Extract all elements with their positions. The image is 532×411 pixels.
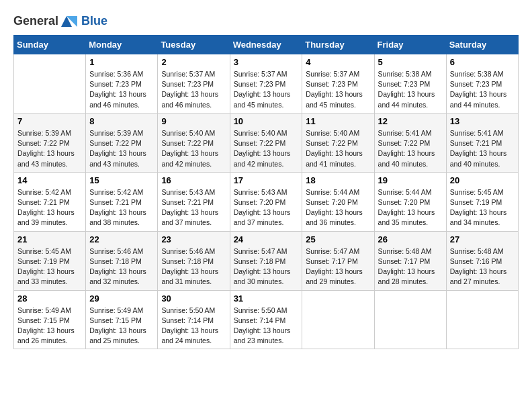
day-number: 11 bbox=[306, 116, 370, 126]
day-number: 22 bbox=[89, 234, 154, 244]
calendar-cell: 17Sunrise: 5:43 AMSunset: 7:20 PMDayligh… bbox=[230, 172, 302, 231]
day-info: Sunrise: 5:46 AMSunset: 7:18 PMDaylight:… bbox=[161, 246, 226, 287]
day-number: 17 bbox=[234, 175, 299, 185]
day-number: 18 bbox=[306, 175, 370, 185]
day-number: 16 bbox=[161, 175, 226, 185]
day-info: Sunrise: 5:48 AMSunset: 7:17 PMDaylight:… bbox=[378, 246, 443, 287]
day-info: Sunrise: 5:49 AMSunset: 7:15 PMDaylight:… bbox=[89, 306, 154, 347]
calendar-table: SundayMondayTuesdayWednesdayThursdayFrid… bbox=[13, 35, 519, 349]
calendar-cell: 30Sunrise: 5:50 AMSunset: 7:14 PMDayligh… bbox=[158, 290, 230, 349]
day-info: Sunrise: 5:42 AMSunset: 7:21 PMDaylight:… bbox=[89, 187, 154, 228]
day-info: Sunrise: 5:50 AMSunset: 7:14 PMDaylight:… bbox=[161, 306, 226, 347]
calendar-cell bbox=[374, 290, 446, 349]
day-number: 1 bbox=[89, 57, 154, 67]
day-number: 5 bbox=[378, 57, 443, 67]
calendar-cell bbox=[446, 290, 518, 349]
logo-general-text: General bbox=[13, 14, 58, 28]
weekday-header-row: SundayMondayTuesdayWednesdayThursdayFrid… bbox=[14, 36, 519, 54]
weekday-thursday: Thursday bbox=[302, 36, 374, 54]
calendar-week-3: 14Sunrise: 5:42 AMSunset: 7:21 PMDayligh… bbox=[14, 172, 519, 231]
calendar-cell: 4Sunrise: 5:37 AMSunset: 7:23 PMDaylight… bbox=[302, 54, 374, 113]
day-number: 14 bbox=[17, 175, 82, 185]
day-info: Sunrise: 5:43 AMSunset: 7:21 PMDaylight:… bbox=[161, 187, 226, 228]
day-info: Sunrise: 5:38 AMSunset: 7:23 PMDaylight:… bbox=[378, 69, 443, 110]
day-number: 20 bbox=[450, 175, 515, 185]
calendar-week-1: 1Sunrise: 5:36 AMSunset: 7:23 PMDaylight… bbox=[14, 54, 519, 113]
day-number: 8 bbox=[89, 116, 154, 126]
day-info: Sunrise: 5:39 AMSunset: 7:22 PMDaylight:… bbox=[17, 128, 82, 169]
day-number: 4 bbox=[306, 57, 370, 67]
day-info: Sunrise: 5:40 AMSunset: 7:22 PMDaylight:… bbox=[234, 128, 299, 169]
calendar-cell: 26Sunrise: 5:48 AMSunset: 7:17 PMDayligh… bbox=[374, 231, 446, 290]
weekday-monday: Monday bbox=[86, 36, 158, 54]
calendar-cell: 28Sunrise: 5:49 AMSunset: 7:15 PMDayligh… bbox=[14, 290, 86, 349]
day-number: 15 bbox=[89, 175, 154, 185]
day-info: Sunrise: 5:42 AMSunset: 7:21 PMDaylight:… bbox=[17, 187, 82, 228]
day-info: Sunrise: 5:44 AMSunset: 7:20 PMDaylight:… bbox=[306, 187, 370, 228]
day-number: 9 bbox=[161, 116, 226, 126]
calendar-cell: 19Sunrise: 5:44 AMSunset: 7:20 PMDayligh… bbox=[374, 172, 446, 231]
calendar-cell: 9Sunrise: 5:40 AMSunset: 7:22 PMDaylight… bbox=[158, 113, 230, 172]
day-info: Sunrise: 5:40 AMSunset: 7:22 PMDaylight:… bbox=[161, 128, 226, 169]
day-info: Sunrise: 5:44 AMSunset: 7:20 PMDaylight:… bbox=[378, 187, 443, 228]
calendar-cell: 23Sunrise: 5:46 AMSunset: 7:18 PMDayligh… bbox=[158, 231, 230, 290]
day-info: Sunrise: 5:49 AMSunset: 7:15 PMDaylight:… bbox=[17, 306, 82, 347]
calendar-cell: 18Sunrise: 5:44 AMSunset: 7:20 PMDayligh… bbox=[302, 172, 374, 231]
calendar-cell: 11Sunrise: 5:40 AMSunset: 7:22 PMDayligh… bbox=[302, 113, 374, 172]
calendar-cell: 7Sunrise: 5:39 AMSunset: 7:22 PMDaylight… bbox=[14, 113, 86, 172]
calendar-cell: 8Sunrise: 5:39 AMSunset: 7:22 PMDaylight… bbox=[86, 113, 158, 172]
day-info: Sunrise: 5:47 AMSunset: 7:17 PMDaylight:… bbox=[306, 246, 370, 287]
calendar-cell: 10Sunrise: 5:40 AMSunset: 7:22 PMDayligh… bbox=[230, 113, 302, 172]
day-info: Sunrise: 5:43 AMSunset: 7:20 PMDaylight:… bbox=[234, 187, 299, 228]
calendar-cell: 5Sunrise: 5:38 AMSunset: 7:23 PMDaylight… bbox=[374, 54, 446, 113]
calendar-cell: 15Sunrise: 5:42 AMSunset: 7:21 PMDayligh… bbox=[86, 172, 158, 231]
day-number: 25 bbox=[306, 234, 370, 244]
calendar-cell: 13Sunrise: 5:41 AMSunset: 7:21 PMDayligh… bbox=[446, 113, 518, 172]
calendar-cell: 24Sunrise: 5:47 AMSunset: 7:18 PMDayligh… bbox=[230, 231, 302, 290]
day-info: Sunrise: 5:39 AMSunset: 7:22 PMDaylight:… bbox=[89, 128, 154, 169]
calendar-cell: 16Sunrise: 5:43 AMSunset: 7:21 PMDayligh… bbox=[158, 172, 230, 231]
calendar-week-2: 7Sunrise: 5:39 AMSunset: 7:22 PMDaylight… bbox=[14, 113, 519, 172]
day-number: 2 bbox=[161, 57, 226, 67]
weekday-friday: Friday bbox=[374, 36, 446, 54]
calendar-cell: 1Sunrise: 5:36 AMSunset: 7:23 PMDaylight… bbox=[86, 54, 158, 113]
weekday-wednesday: Wednesday bbox=[230, 36, 302, 54]
day-number: 28 bbox=[17, 293, 82, 304]
logo: GeneralBlue bbox=[13, 13, 107, 28]
day-info: Sunrise: 5:46 AMSunset: 7:18 PMDaylight:… bbox=[89, 246, 154, 287]
day-number: 26 bbox=[378, 234, 443, 244]
calendar-body: 1Sunrise: 5:36 AMSunset: 7:23 PMDaylight… bbox=[14, 54, 519, 349]
day-number: 23 bbox=[161, 234, 226, 244]
calendar-cell: 20Sunrise: 5:45 AMSunset: 7:19 PMDayligh… bbox=[446, 172, 518, 231]
calendar-cell: 31Sunrise: 5:50 AMSunset: 7:14 PMDayligh… bbox=[230, 290, 302, 349]
logo-icon bbox=[60, 13, 81, 28]
day-info: Sunrise: 5:37 AMSunset: 7:23 PMDaylight:… bbox=[161, 69, 226, 110]
calendar-cell: 3Sunrise: 5:37 AMSunset: 7:23 PMDaylight… bbox=[230, 54, 302, 113]
calendar-cell: 27Sunrise: 5:48 AMSunset: 7:16 PMDayligh… bbox=[446, 231, 518, 290]
day-number: 13 bbox=[450, 116, 515, 126]
day-info: Sunrise: 5:41 AMSunset: 7:22 PMDaylight:… bbox=[378, 128, 443, 169]
calendar-cell: 14Sunrise: 5:42 AMSunset: 7:21 PMDayligh… bbox=[14, 172, 86, 231]
weekday-tuesday: Tuesday bbox=[158, 36, 230, 54]
day-number: 29 bbox=[89, 293, 154, 304]
day-number: 30 bbox=[161, 293, 226, 304]
weekday-saturday: Saturday bbox=[446, 36, 518, 54]
calendar-cell: 29Sunrise: 5:49 AMSunset: 7:15 PMDayligh… bbox=[86, 290, 158, 349]
day-info: Sunrise: 5:36 AMSunset: 7:23 PMDaylight:… bbox=[89, 69, 154, 110]
calendar-cell bbox=[302, 290, 374, 349]
day-info: Sunrise: 5:37 AMSunset: 7:23 PMDaylight:… bbox=[306, 69, 370, 110]
day-info: Sunrise: 5:38 AMSunset: 7:23 PMDaylight:… bbox=[450, 69, 515, 110]
day-info: Sunrise: 5:45 AMSunset: 7:19 PMDaylight:… bbox=[17, 246, 82, 287]
calendar-cell bbox=[14, 54, 86, 113]
day-number: 27 bbox=[450, 234, 515, 244]
day-info: Sunrise: 5:37 AMSunset: 7:23 PMDaylight:… bbox=[234, 69, 299, 110]
day-number: 6 bbox=[450, 57, 515, 67]
calendar-week-4: 21Sunrise: 5:45 AMSunset: 7:19 PMDayligh… bbox=[14, 231, 519, 290]
day-info: Sunrise: 5:45 AMSunset: 7:19 PMDaylight:… bbox=[450, 187, 515, 228]
calendar-cell: 2Sunrise: 5:37 AMSunset: 7:23 PMDaylight… bbox=[158, 54, 230, 113]
day-info: Sunrise: 5:41 AMSunset: 7:21 PMDaylight:… bbox=[450, 128, 515, 169]
day-info: Sunrise: 5:47 AMSunset: 7:18 PMDaylight:… bbox=[234, 246, 299, 287]
calendar-cell: 22Sunrise: 5:46 AMSunset: 7:18 PMDayligh… bbox=[86, 231, 158, 290]
day-number: 19 bbox=[378, 175, 443, 185]
day-info: Sunrise: 5:48 AMSunset: 7:16 PMDaylight:… bbox=[450, 246, 515, 287]
